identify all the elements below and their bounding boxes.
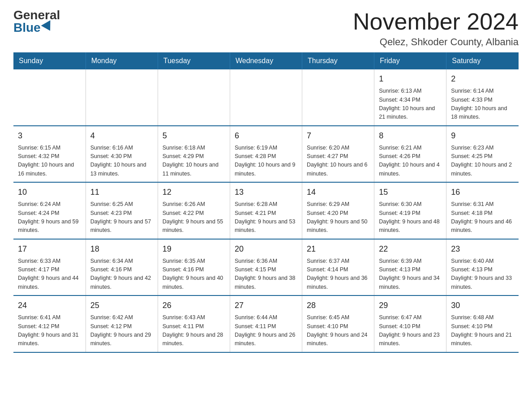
day-number: 25 — [90, 300, 153, 312]
calendar-cell: 26Sunrise: 6:43 AM Sunset: 4:11 PM Dayli… — [158, 295, 230, 352]
day-info: Sunrise: 6:33 AM Sunset: 4:17 PM Dayligh… — [18, 257, 81, 292]
calendar-cell — [302, 69, 374, 126]
calendar-header: SundayMondayTuesdayWednesdayThursdayFrid… — [13, 52, 519, 69]
day-number: 7 — [307, 130, 369, 142]
day-info: Sunrise: 6:45 AM Sunset: 4:10 PM Dayligh… — [307, 313, 369, 348]
calendar-cell: 9Sunrise: 6:23 AM Sunset: 4:25 PM Daylig… — [446, 126, 519, 183]
calendar-cell: 12Sunrise: 6:26 AM Sunset: 4:22 PM Dayli… — [158, 182, 230, 239]
logo-general-text: General — [13, 9, 60, 21]
day-number: 5 — [163, 130, 225, 142]
header-day-thursday: Thursday — [302, 52, 374, 69]
day-info: Sunrise: 6:34 AM Sunset: 4:16 PM Dayligh… — [90, 257, 153, 292]
calendar-cell: 3Sunrise: 6:15 AM Sunset: 4:32 PM Daylig… — [13, 126, 86, 183]
calendar-cell: 13Sunrise: 6:28 AM Sunset: 4:21 PM Dayli… — [230, 182, 302, 239]
calendar-cell: 18Sunrise: 6:34 AM Sunset: 4:16 PM Dayli… — [86, 239, 158, 296]
day-number: 23 — [451, 243, 514, 255]
day-number: 8 — [379, 130, 442, 142]
day-info: Sunrise: 6:24 AM Sunset: 4:24 PM Dayligh… — [18, 200, 81, 235]
week-row-4: 17Sunrise: 6:33 AM Sunset: 4:17 PM Dayli… — [13, 239, 519, 296]
day-number: 27 — [235, 300, 297, 312]
day-number: 3 — [18, 130, 81, 142]
day-info: Sunrise: 6:48 AM Sunset: 4:10 PM Dayligh… — [451, 313, 514, 348]
day-number: 21 — [307, 243, 369, 255]
week-row-2: 3Sunrise: 6:15 AM Sunset: 4:32 PM Daylig… — [13, 126, 519, 183]
calendar-cell: 8Sunrise: 6:21 AM Sunset: 4:26 PM Daylig… — [374, 126, 446, 183]
calendar-cell — [230, 69, 302, 126]
day-info: Sunrise: 6:26 AM Sunset: 4:22 PM Dayligh… — [163, 200, 225, 235]
day-number: 30 — [451, 300, 514, 312]
day-info: Sunrise: 6:20 AM Sunset: 4:27 PM Dayligh… — [307, 144, 369, 179]
header-day-saturday: Saturday — [446, 52, 519, 69]
day-info: Sunrise: 6:42 AM Sunset: 4:12 PM Dayligh… — [90, 313, 153, 348]
day-number: 1 — [379, 73, 442, 85]
day-info: Sunrise: 6:40 AM Sunset: 4:13 PM Dayligh… — [451, 257, 514, 292]
day-number: 19 — [163, 243, 225, 255]
day-number: 28 — [307, 300, 369, 312]
day-number: 20 — [235, 243, 297, 255]
logo: General Blue — [13, 9, 60, 34]
calendar-cell — [86, 69, 158, 126]
day-info: Sunrise: 6:21 AM Sunset: 4:26 PM Dayligh… — [379, 144, 442, 179]
day-info: Sunrise: 6:29 AM Sunset: 4:20 PM Dayligh… — [307, 200, 369, 235]
day-info: Sunrise: 6:18 AM Sunset: 4:29 PM Dayligh… — [163, 144, 225, 179]
day-info: Sunrise: 6:23 AM Sunset: 4:25 PM Dayligh… — [451, 144, 514, 179]
day-info: Sunrise: 6:28 AM Sunset: 4:21 PM Dayligh… — [235, 200, 297, 235]
day-info: Sunrise: 6:39 AM Sunset: 4:13 PM Dayligh… — [379, 257, 442, 292]
calendar-cell: 24Sunrise: 6:41 AM Sunset: 4:12 PM Dayli… — [13, 295, 86, 352]
day-info: Sunrise: 6:47 AM Sunset: 4:10 PM Dayligh… — [379, 313, 442, 348]
calendar-cell: 15Sunrise: 6:30 AM Sunset: 4:19 PM Dayli… — [374, 182, 446, 239]
day-info: Sunrise: 6:43 AM Sunset: 4:11 PM Dayligh… — [163, 313, 225, 348]
calendar-cell: 6Sunrise: 6:19 AM Sunset: 4:28 PM Daylig… — [230, 126, 302, 183]
day-number: 26 — [163, 300, 225, 312]
day-number: 15 — [379, 186, 442, 198]
logo-triangle-icon — [41, 20, 55, 33]
day-info: Sunrise: 6:25 AM Sunset: 4:23 PM Dayligh… — [90, 200, 153, 235]
week-row-1: 1Sunrise: 6:13 AM Sunset: 4:34 PM Daylig… — [13, 69, 519, 126]
calendar-cell: 20Sunrise: 6:36 AM Sunset: 4:15 PM Dayli… — [230, 239, 302, 296]
day-number: 10 — [18, 186, 81, 198]
day-number: 9 — [451, 130, 514, 142]
day-info: Sunrise: 6:16 AM Sunset: 4:30 PM Dayligh… — [90, 144, 153, 179]
calendar-cell: 11Sunrise: 6:25 AM Sunset: 4:23 PM Dayli… — [86, 182, 158, 239]
day-number: 24 — [18, 300, 81, 312]
main-title: November 2024 — [353, 9, 519, 34]
day-info: Sunrise: 6:36 AM Sunset: 4:15 PM Dayligh… — [235, 257, 297, 292]
header-day-monday: Monday — [86, 52, 158, 69]
calendar-cell: 28Sunrise: 6:45 AM Sunset: 4:10 PM Dayli… — [302, 295, 374, 352]
day-number: 13 — [235, 186, 297, 198]
page-header: General Blue November 2024 Qelez, Shkode… — [13, 9, 519, 48]
calendar-cell: 14Sunrise: 6:29 AM Sunset: 4:20 PM Dayli… — [302, 182, 374, 239]
day-info: Sunrise: 6:19 AM Sunset: 4:28 PM Dayligh… — [235, 144, 297, 179]
day-number: 2 — [451, 73, 514, 85]
day-number: 29 — [379, 300, 442, 312]
day-info: Sunrise: 6:13 AM Sunset: 4:34 PM Dayligh… — [379, 87, 442, 122]
day-info: Sunrise: 6:14 AM Sunset: 4:33 PM Dayligh… — [451, 87, 514, 122]
calendar-cell — [13, 69, 86, 126]
day-number: 22 — [379, 243, 442, 255]
calendar-cell: 17Sunrise: 6:33 AM Sunset: 4:17 PM Dayli… — [13, 239, 86, 296]
day-number: 12 — [163, 186, 225, 198]
calendar-cell: 2Sunrise: 6:14 AM Sunset: 4:33 PM Daylig… — [446, 69, 519, 126]
calendar-cell: 29Sunrise: 6:47 AM Sunset: 4:10 PM Dayli… — [374, 295, 446, 352]
calendar-cell: 25Sunrise: 6:42 AM Sunset: 4:12 PM Dayli… — [86, 295, 158, 352]
header-day-tuesday: Tuesday — [158, 52, 230, 69]
day-info: Sunrise: 6:37 AM Sunset: 4:14 PM Dayligh… — [307, 257, 369, 292]
calendar-cell: 10Sunrise: 6:24 AM Sunset: 4:24 PM Dayli… — [13, 182, 86, 239]
day-number: 11 — [90, 186, 153, 198]
week-row-3: 10Sunrise: 6:24 AM Sunset: 4:24 PM Dayli… — [13, 182, 519, 239]
calendar-cell: 16Sunrise: 6:31 AM Sunset: 4:18 PM Dayli… — [446, 182, 519, 239]
day-number: 14 — [307, 186, 369, 198]
day-info: Sunrise: 6:44 AM Sunset: 4:11 PM Dayligh… — [235, 313, 297, 348]
header-day-wednesday: Wednesday — [230, 52, 302, 69]
day-info: Sunrise: 6:30 AM Sunset: 4:19 PM Dayligh… — [379, 200, 442, 235]
calendar-body: 1Sunrise: 6:13 AM Sunset: 4:34 PM Daylig… — [13, 69, 519, 352]
calendar-cell: 7Sunrise: 6:20 AM Sunset: 4:27 PM Daylig… — [302, 126, 374, 183]
day-number: 17 — [18, 243, 81, 255]
day-number: 6 — [235, 130, 297, 142]
calendar-cell: 21Sunrise: 6:37 AM Sunset: 4:14 PM Dayli… — [302, 239, 374, 296]
header-row: SundayMondayTuesdayWednesdayThursdayFrid… — [13, 52, 519, 69]
calendar-table: SundayMondayTuesdayWednesdayThursdayFrid… — [13, 52, 519, 353]
day-number: 16 — [451, 186, 514, 198]
day-info: Sunrise: 6:41 AM Sunset: 4:12 PM Dayligh… — [18, 313, 81, 348]
day-number: 4 — [90, 130, 153, 142]
